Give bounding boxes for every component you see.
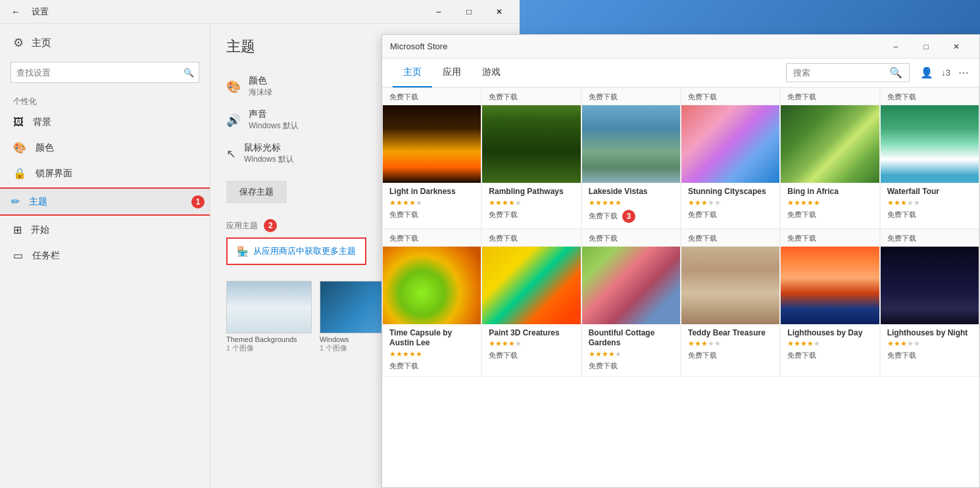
store-item-download: 免费下载	[383, 208, 481, 225]
store-search-area: 🔍 👤 ↓3 ⋯	[786, 63, 969, 82]
store-item-image	[482, 247, 580, 324]
store-item-name: Teddy Bear Treasure	[681, 324, 779, 340]
settings-window-title: 设置	[32, 6, 49, 18]
color-option-icon: 🎨	[226, 80, 241, 94]
sidebar-home[interactable]: ⚙ 主页	[0, 29, 210, 57]
save-theme-button[interactable]: 保存主题	[226, 181, 287, 203]
store-item-name: Bing in Africa	[781, 183, 879, 199]
store-item-name: Bountiful Cottage Gardens	[582, 324, 680, 350]
settings-back-button[interactable]: ←	[5, 1, 26, 22]
cursor-option-name: 鼠标光标	[244, 142, 294, 154]
annotation-2: 2	[264, 219, 277, 232]
settings-close-button[interactable]: ✕	[484, 0, 514, 24]
store-item-download: 免费下载	[681, 349, 779, 366]
store-item-download: 免费下载	[383, 360, 481, 376]
store-item-name: Paint 3D Creatures	[482, 324, 580, 340]
store-item-stars: ★★★★★	[681, 199, 779, 208]
start-icon: ⊞	[13, 224, 22, 236]
store-item-stars: ★★★★★	[482, 199, 580, 208]
store-tab-home[interactable]: 主页	[393, 59, 432, 87]
store-item-download: 免费下载	[781, 349, 879, 366]
store-item-badge: 免费下载	[881, 88, 979, 105]
store-item-rambling-pathways[interactable]: 免费下载 Rambling Pathways ★★★★★ 免费下载	[481, 87, 581, 229]
store-item-name: Lakeside Vistas	[582, 183, 680, 199]
sidebar-search-input[interactable]	[11, 62, 199, 83]
store-titlebar: Microsoft Store – □ ✕	[382, 35, 979, 59]
store-item-image	[383, 105, 481, 183]
store-tab-apps[interactable]: 应用	[432, 59, 472, 87]
store-item-stars: ★★★★★	[383, 199, 481, 208]
store-tab-games[interactable]: 游戏	[472, 59, 511, 87]
store-item-badge: 免费下载	[681, 88, 779, 105]
store-grid-row2: 免费下载 Time Capsule by Austin Lee ★★★★★ 免费…	[382, 229, 979, 377]
store-close-button[interactable]: ✕	[941, 35, 971, 59]
store-item-download: 免费下载 3	[582, 208, 680, 228]
store-item-name: Stunning Cityscapes	[681, 183, 779, 199]
settings-window-controls: – □ ✕	[424, 0, 514, 24]
settings-maximize-button[interactable]: □	[454, 0, 484, 24]
store-item-lighthouses-day[interactable]: 免费下载 Lighthouses by Day ★★★★★ 免费下载	[780, 229, 879, 377]
store-item-time-capsule[interactable]: 免费下载 Time Capsule by Austin Lee ★★★★★ 免费…	[382, 229, 481, 377]
store-item-image	[781, 105, 879, 183]
settings-sidebar: ⚙ 主页 🔍 个性化 🖼 背景 🎨 颜色 🔒 锁屏界面	[0, 24, 210, 488]
sidebar-home-label: 主页	[32, 37, 51, 49]
sidebar-search-container: 🔍	[11, 62, 199, 83]
sidebar-item-background-label: 背景	[33, 116, 51, 128]
store-item-badge: 免费下载	[383, 88, 481, 105]
lock-icon: 🔒	[13, 167, 26, 180]
store-item-light-darkness[interactable]: 免费下载 Light in Darkness ★★★★★ 免费下载	[382, 87, 481, 229]
store-download-icon[interactable]: ↓3	[941, 68, 950, 78]
store-item-badge: 免费下载	[681, 230, 779, 247]
store-item-lakeside-vistas[interactable]: 免费下载 Lakeside Vistas ★★★★★ 免费下载 3	[581, 87, 681, 229]
thumb-snow-count: 1 个图像	[226, 343, 312, 353]
store-item-image	[681, 105, 779, 183]
color-option-name: 颜色	[249, 75, 272, 87]
store-item-bountiful-cottage[interactable]: 免费下载 Bountiful Cottage Gardens ★★★★★ 免费下…	[581, 229, 681, 377]
sidebar-item-color[interactable]: 🎨 颜色	[0, 135, 210, 160]
sound-option-value: Windows 默认	[249, 120, 299, 132]
store-window: Microsoft Store – □ ✕ 主页 应用 游戏 🔍 👤 ↓3 ⋯ …	[381, 34, 980, 488]
store-item-badge: 免费下载	[582, 88, 680, 105]
store-item-badge: 免费下载	[781, 230, 879, 247]
sidebar-section-label: 个性化	[0, 88, 210, 110]
store-item-name: Waterfall Tour	[881, 183, 979, 199]
from-store-container[interactable]: 🏪 从应用商店中获取更多主题	[226, 237, 366, 265]
store-item-bing-africa[interactable]: 免费下载 Bing in Africa ★★★★★ 免费下载	[780, 87, 879, 229]
theme-thumb-snow[interactable]: Themed Backgrounds 1 个图像	[226, 281, 312, 353]
from-store-label: 从应用商店中获取更多主题	[253, 245, 356, 257]
store-user-icon[interactable]: 👤	[920, 66, 933, 79]
store-item-lighthouses-night[interactable]: 免费下载 Lighthouses by Night ★★★★★ 免费下载	[880, 229, 979, 377]
color-option-value: 海沫绿	[249, 87, 272, 98]
store-item-teddy-bear[interactable]: 免费下载 Teddy Bear Treasure ★★★★★ 免费下载	[681, 229, 780, 377]
store-minimize-button[interactable]: –	[881, 35, 911, 59]
store-item-badge: 免费下载	[781, 88, 879, 105]
store-item-download: 免费下载	[781, 208, 879, 225]
store-item-stars: ★★★★★	[482, 339, 580, 349]
sidebar-item-taskbar[interactable]: ▭ 任务栏	[0, 243, 210, 268]
store-search-input[interactable]	[793, 68, 885, 78]
settings-minimize-button[interactable]: –	[424, 0, 454, 24]
sound-option-icon: 🔊	[226, 113, 241, 128]
store-search-box: 🔍	[786, 63, 910, 82]
store-item-download: 免费下载	[881, 208, 979, 225]
sound-option-name: 声音	[249, 109, 299, 120]
store-item-badge: 免费下载	[482, 88, 580, 105]
store-maximize-button[interactable]: □	[911, 35, 941, 59]
sidebar-item-start-label: 开始	[31, 224, 49, 236]
sidebar-item-taskbar-label: 任务栏	[32, 250, 60, 262]
sidebar-item-theme[interactable]: ✏ 主题	[0, 189, 187, 214]
store-item-image	[881, 105, 979, 183]
store-item-badge: 免费下载	[383, 230, 481, 247]
sidebar-item-background[interactable]: 🖼 背景	[0, 110, 210, 135]
color-icon: 🎨	[13, 141, 26, 154]
sidebar-item-lockscreen[interactable]: 🔒 锁屏界面	[0, 160, 210, 186]
sidebar-item-start[interactable]: ⊞ 开始	[0, 217, 210, 243]
store-item-waterfall-tour[interactable]: 免费下载 Waterfall Tour ★★★★★ 免费下载	[880, 87, 979, 229]
sidebar-item-theme-container: ✏ 主题 1	[0, 187, 210, 216]
store-item-stunning-cityscapes[interactable]: 免费下载 Stunning Cityscapes ★★★★★ 免费下载	[681, 87, 780, 229]
store-more-icon[interactable]: ⋯	[958, 66, 969, 79]
store-item-stars: ★★★★★	[781, 199, 879, 208]
taskbar-icon: ▭	[13, 249, 23, 262]
store-item-name: Light in Darkness	[383, 183, 481, 199]
store-item-paint3d[interactable]: 免费下载 Paint 3D Creatures ★★★★★ 免费下载	[481, 229, 581, 377]
